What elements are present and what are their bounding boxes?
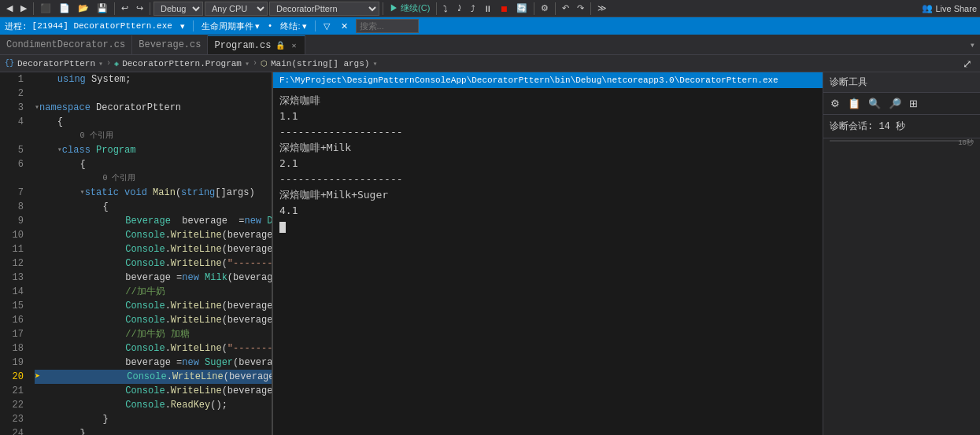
class-label: DecoratorPttern.Program (122, 59, 242, 68)
search-btn[interactable]: ✕ (338, 20, 351, 32)
cpu-dropdown[interactable]: Any CPU (205, 2, 268, 16)
console-line-2: 1.1 (279, 109, 816, 124)
nav-forward-button[interactable]: ▶ (17, 2, 30, 14)
toolbar-separator-3 (150, 2, 150, 15)
diag-zoom-in-btn[interactable]: 🔍 (866, 96, 883, 111)
toolbar-separator-2 (114, 2, 115, 15)
ln-6: 6 (0, 157, 24, 171)
undo2-button[interactable]: ↶ (559, 2, 572, 14)
ln-19: 19 (0, 356, 24, 370)
console-line-8: 4.1 (279, 203, 816, 219)
toolbar-separator-4 (383, 2, 383, 15)
open-button[interactable]: 📂 (75, 2, 92, 14)
restart-button[interactable]: 🔄 (513, 2, 531, 14)
stop-button[interactable]: ⏹ (497, 3, 512, 14)
tab-program[interactable]: Program.cs 🔒 ✕ (208, 35, 305, 54)
lifecycle-sep: • (268, 21, 273, 31)
diag-tools: ⚙ 📋 🔍 🔎 ⊞ (823, 93, 980, 115)
ln-8: 8 (0, 200, 24, 214)
ln-9: 9 (0, 214, 24, 228)
line-numbers: 1 2 3 4 5 6 7 8 9 10 11 12 13 14 15 16 1… (0, 72, 30, 435)
nav-back-button[interactable]: ◀ (3, 2, 16, 14)
ln-21: 21 (0, 384, 24, 398)
ln-3: 3 (0, 101, 24, 115)
diag-expand-btn[interactable]: ⊞ (907, 96, 920, 111)
editor-tabs: CondimentDecorator.cs Beverage.cs Progra… (0, 35, 980, 55)
process-separator (193, 20, 194, 31)
code-editor: 1 2 3 4 5 6 7 8 9 10 11 12 13 14 15 16 1… (0, 72, 823, 435)
method-label: Main(string[] args) (271, 59, 369, 68)
diag-report-btn[interactable]: 📋 (845, 96, 863, 111)
tab-beverage[interactable]: Beverage.cs (132, 35, 208, 54)
debug-mode-dropdown[interactable]: Debug (153, 2, 203, 16)
more-button[interactable]: ≫ (594, 2, 610, 14)
toolbar-separator-8 (590, 2, 591, 15)
method-icon: ⬡ (261, 59, 268, 68)
diag-header: 诊断工具 (823, 72, 980, 93)
project-dropdown[interactable]: DecoratorPttern (269, 2, 379, 16)
expand-btn[interactable]: ⤢ (960, 57, 975, 71)
tools-button[interactable]: ⚙ (538, 2, 552, 14)
ln-1: 1 (0, 72, 24, 87)
ln-22: 22 (0, 398, 24, 412)
ln-5: 5 (0, 143, 24, 157)
console-line-7: 深焙咖啡+Milk+Suger (279, 187, 816, 203)
ln-11: 11 (0, 242, 24, 256)
ln-15: 15 (0, 299, 24, 313)
ln-14: 14 (0, 285, 24, 299)
tabs-overflow-btn[interactable]: ▾ (965, 36, 980, 54)
step-out-button[interactable]: ⤴ (468, 3, 479, 14)
console-title-bar: F:\MyProject\DesignPatternConsoleApp\Dec… (273, 72, 823, 88)
process-name: [21944] DecoratorPttern.exe (32, 21, 172, 31)
console-cursor (279, 222, 286, 233)
diag-timeline: 10秒 (823, 138, 980, 143)
tab-program-label: Program.cs (214, 40, 271, 51)
process-dropdown-btn[interactable]: ▾ (177, 20, 188, 32)
console-line-3: -------------------- (279, 124, 816, 140)
step-into-button[interactable]: ⤸ (453, 2, 466, 14)
save-button[interactable]: ⬛ (37, 2, 54, 14)
save-all-button[interactable]: 💾 (94, 2, 111, 14)
tab-program-lock[interactable]: 🔒 (274, 40, 287, 51)
console-path: F:\MyProject\DesignPatternConsoleApp\Dec… (279, 76, 778, 85)
main-toolbar: ◀ ▶ ⬛ 📄 📂 💾 ↩ ↪ Debug Any CPU DecoratorP… (0, 0, 980, 17)
ln-4: 4 (0, 115, 24, 129)
live-share-button[interactable]: 👥 Live Share (922, 3, 977, 13)
lifecycle-dropdown[interactable]: 生命周期事件 ▾ (198, 20, 263, 33)
diag-settings-btn[interactable]: ⚙ (828, 96, 842, 111)
ln-12: 12 (0, 256, 24, 271)
nav-bar: {} DecoratorPttern ▾ › ◈ DecoratorPttern… (0, 55, 980, 72)
process-label: 进程: (5, 20, 28, 32)
redo2-button[interactable]: ↷ (574, 2, 587, 14)
redo-button[interactable]: ↪ (133, 2, 146, 14)
process-sep2 (315, 20, 316, 31)
ln-17: 17 (0, 327, 24, 341)
diag-title: 诊断工具 (830, 76, 867, 89)
step-over-button[interactable]: ⤵ (440, 3, 451, 14)
final-dropdown[interactable]: 终结: ▾ (277, 20, 309, 33)
toolbar-separator-5 (436, 2, 437, 15)
diag-zoom-out-btn[interactable]: 🔎 (886, 96, 904, 111)
tab-condiment-decorator-label: CondimentDecorator.cs (6, 39, 125, 50)
ln-4b (0, 129, 24, 143)
filter-btn[interactable]: ▽ (320, 20, 333, 32)
undo-button[interactable]: ↩ (118, 2, 131, 14)
pause-button[interactable]: ⏸ (480, 3, 495, 14)
tab-condiment-decorator[interactable]: CondimentDecorator.cs (0, 35, 132, 54)
namespace-label: DecoratorPttern (17, 59, 95, 68)
console-overlay: F:\MyProject\DesignPatternConsoleApp\Dec… (272, 72, 823, 435)
ln-6b (0, 171, 24, 186)
process-search-input[interactable] (356, 19, 419, 33)
console-line-6: -------------------- (279, 171, 816, 187)
ln-7: 7 (0, 186, 24, 200)
execution-arrow: ➤ (35, 370, 40, 384)
ln-18: 18 (0, 341, 24, 356)
tab-program-close[interactable]: ✕ (290, 40, 298, 51)
start-button[interactable]: ▶ 继续(C) (386, 2, 433, 15)
ln-13: 13 (0, 271, 24, 285)
new-file-button[interactable]: 📄 (56, 2, 73, 14)
ln-2: 2 (0, 87, 24, 101)
live-share-label: Live Share (935, 4, 977, 13)
process-bar: 进程: [21944] DecoratorPttern.exe ▾ 生命周期事件… (0, 17, 980, 35)
right-panel: 诊断工具 ⚙ 📋 🔍 🔎 ⊞ 诊断会话: 14 秒 10秒 (823, 72, 980, 435)
